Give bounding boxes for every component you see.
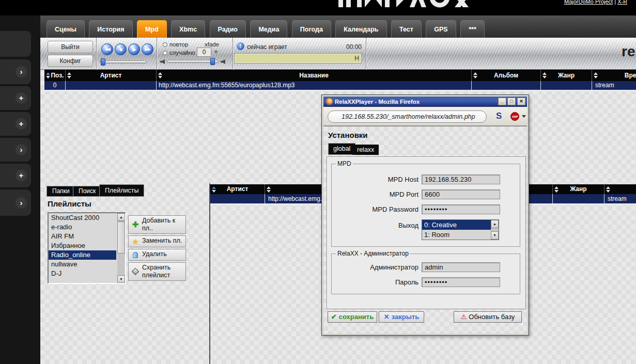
repeat-radio[interactable]	[163, 42, 167, 47]
update-database-button[interactable]: ⚠Обновить базу	[454, 311, 522, 323]
majordomo-project-link[interactable]: MajorDoMo Project	[564, 0, 613, 5]
seek-slider[interactable]	[100, 60, 147, 64]
save-button[interactable]: ✔сохранить	[328, 311, 377, 323]
chevron-right-icon[interactable]: ›	[15, 144, 27, 155]
maximize-button[interactable]: □	[507, 98, 516, 105]
admin-user-field[interactable]: admin	[422, 262, 500, 272]
adblock-icon[interactable]: ABP	[510, 112, 519, 121]
minimize-button[interactable]: _	[498, 98, 506, 105]
tab-xbmc[interactable]: Xbmc	[171, 20, 205, 38]
column-title[interactable]: Название	[157, 70, 472, 81]
random-radio[interactable]	[163, 51, 167, 55]
replace-playlist-button[interactable]: ★ Заменить пл.	[128, 235, 186, 247]
scroll-down-button[interactable]: ▼	[117, 275, 125, 283]
sidebar-panel-4[interactable]: +	[0, 112, 31, 136]
x-r-link[interactable]: X-R	[617, 0, 627, 5]
scroll-down-button[interactable]: ▼	[491, 231, 499, 240]
volume-handle[interactable]	[210, 58, 215, 65]
close-settings-button[interactable]: ✕закрыть	[379, 311, 424, 323]
sort-icon[interactable]	[267, 186, 271, 193]
column-artist[interactable]: Артист	[210, 184, 265, 194]
seek-handle[interactable]	[101, 58, 105, 66]
column-time[interactable]: Время	[604, 184, 636, 194]
sidebar-panel-5[interactable]: ›	[0, 138, 31, 162]
chevron-right-icon[interactable]: ›	[15, 66, 27, 77]
sidebar-panel-1[interactable]	[0, 31, 31, 57]
config-button[interactable]: Конфиг	[48, 55, 93, 67]
sidebar-panel-3[interactable]: +	[0, 86, 31, 110]
playlist-item-selected[interactable]: Radio_online	[49, 250, 116, 260]
sort-icon[interactable]	[212, 186, 216, 193]
mpd-password-field[interactable]: ••••••••	[422, 204, 500, 214]
playlists-listbox[interactable]: ShoutCast 2000 e-radio AIR FM Избранное …	[48, 212, 126, 284]
scroll-up-button[interactable]: ▲	[117, 213, 125, 221]
playlist-item[interactable]: D-J	[49, 269, 116, 278]
tab-relaxx[interactable]: relaxx	[352, 145, 379, 155]
tab-mpd[interactable]: Mpd	[137, 20, 167, 38]
dialog-titlebar[interactable]: RelaXXPlayer - Mozilla Firefox _ □ ✕	[323, 97, 527, 107]
tab-global[interactable]: global	[328, 143, 355, 155]
output-option[interactable]: 1: Room	[422, 230, 491, 240]
tab-radio[interactable]: Радио	[210, 20, 246, 38]
play-button[interactable]: ▶	[128, 43, 140, 55]
column-genre[interactable]: Жанр	[541, 70, 592, 81]
playlist-item[interactable]: e-radio	[49, 223, 116, 232]
plus-icon[interactable]: +	[15, 118, 27, 130]
tab-kalendar[interactable]: Календарь	[335, 20, 386, 38]
tab-test[interactable]: Тест	[391, 20, 422, 38]
column-genre[interactable]: Жанр	[553, 184, 604, 194]
tab-search[interactable]: Поиск	[73, 186, 101, 197]
xfade-plus-button[interactable]: +	[214, 48, 218, 56]
tab-gps[interactable]: GPS	[426, 20, 456, 38]
scroll-thumb[interactable]	[117, 221, 125, 254]
scrapbook-icon[interactable]: S	[496, 111, 502, 121]
sort-icon[interactable]	[473, 72, 478, 78]
playlist-item[interactable]: AIR FM	[49, 232, 116, 241]
previous-button[interactable]: ◀◀	[101, 43, 113, 55]
sidebar-panel-6[interactable]: +	[0, 164, 31, 187]
save-playlist-button[interactable]: Схранить плейлист	[128, 262, 186, 281]
column-album[interactable]: Альбом	[472, 70, 541, 81]
tab-istoriya[interactable]: История	[89, 20, 132, 38]
sidebar-panel-7[interactable]: ›	[0, 189, 31, 216]
scroll-up-button[interactable]: ▲	[491, 220, 499, 228]
output-option-selected[interactable]: 0: Creative	[422, 220, 491, 230]
random-option[interactable]: случайно	[163, 50, 195, 56]
plus-icon[interactable]: +	[15, 170, 27, 181]
sort-icon[interactable]	[158, 72, 163, 78]
sidebar-panel-2[interactable]: ›	[0, 59, 31, 84]
column-artist[interactable]: Артист	[66, 70, 157, 81]
sort-icon[interactable]	[606, 186, 611, 193]
tab-folders[interactable]: Папки	[46, 186, 75, 197]
tab-playlists[interactable]: Плейлисты	[99, 184, 144, 197]
tab-more[interactable]: ***	[460, 20, 485, 38]
mpd-port-field[interactable]: 6600	[422, 189, 500, 199]
url-bar[interactable]: 192.168.55.230/_smarthome/relaxx/admin.p…	[328, 110, 487, 123]
column-time[interactable]: Время	[592, 70, 636, 81]
queue-row[interactable]: 0 http://webcast.emg.fm:55655/europaplus…	[44, 81, 636, 90]
mpd-host-field[interactable]: 192.168.55.230	[422, 175, 500, 184]
now-playing-progress[interactable]: H	[234, 53, 362, 64]
sort-icon[interactable]	[67, 72, 72, 78]
playlist-item[interactable]: Избранное	[49, 241, 116, 250]
output-listbox[interactable]: 0: Creative 1: Room ▲ ▼	[422, 219, 499, 240]
sort-icon[interactable]	[554, 186, 559, 193]
sort-icon[interactable]	[46, 72, 51, 78]
playlist-item[interactable]: nullwave	[49, 260, 116, 269]
next-button[interactable]: ▶▶	[142, 43, 153, 55]
repeat-option[interactable]: повтор	[163, 41, 188, 48]
column-pos[interactable]: Поз.	[44, 70, 66, 81]
tab-media[interactable]: Медиа	[250, 20, 287, 38]
playlists-scrollbar[interactable]: ▲ ▼	[117, 213, 125, 283]
tab-pogoda[interactable]: Погода	[292, 20, 331, 38]
stop-button[interactable]: ■	[115, 43, 127, 55]
exit-button[interactable]: Выйти	[48, 41, 93, 53]
admin-password-field[interactable]: ••••••••	[422, 277, 500, 287]
output-scrollbar[interactable]: ▲ ▼	[491, 220, 499, 240]
chevron-down-icon[interactable]	[522, 115, 526, 118]
close-button[interactable]: ✕	[517, 98, 525, 105]
sort-icon[interactable]	[594, 72, 598, 78]
tab-sceny[interactable]: Сцены	[46, 20, 85, 38]
sort-icon[interactable]	[542, 72, 547, 78]
delete-button[interactable]: Удалить	[128, 249, 186, 261]
